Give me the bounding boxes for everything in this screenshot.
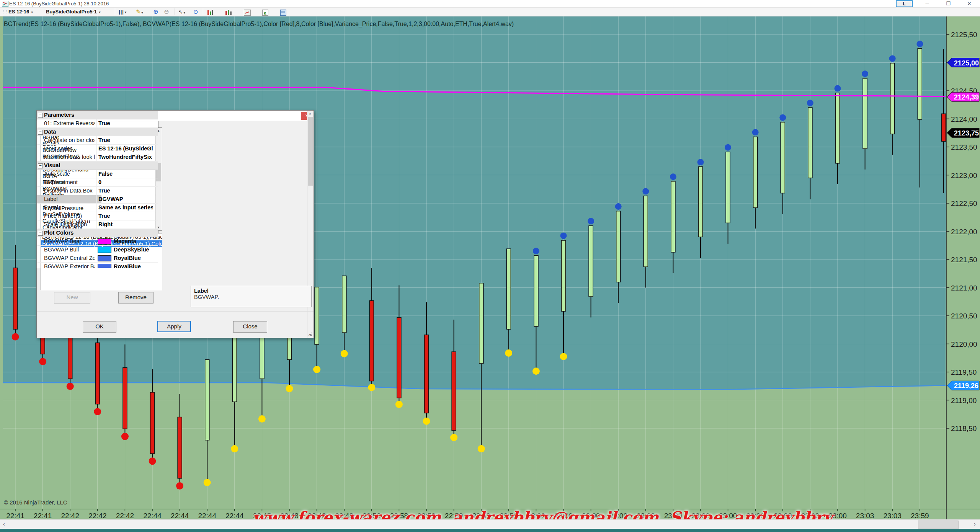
- new-button[interactable]: New: [54, 292, 90, 304]
- horizontal-scrollbar[interactable]: ‹ ›: [0, 519, 980, 529]
- yellow-trend-dot: [368, 384, 375, 391]
- red-trend-dot: [12, 333, 19, 340]
- price-tick-label: 2121,50: [951, 256, 977, 264]
- plot-color-row[interactable]: BGVWAP BullDeepSkyBlue: [37, 246, 158, 254]
- bull-candle-body: [205, 360, 209, 440]
- toolbar-grip-icon[interactable]: ⋮⋮: [2, 8, 8, 16]
- bear-candle-body: [942, 114, 946, 141]
- red-trend-dot: [39, 358, 46, 365]
- scroll-right-icon[interactable]: ›: [974, 521, 976, 527]
- link-button[interactable]: L: [896, 0, 913, 7]
- time-tick-label: 22:44: [171, 512, 189, 520]
- blue-trend-dot: [916, 41, 923, 47]
- blue-trend-dot: [889, 55, 896, 62]
- property-row[interactable]: Calculate on bar closTrue: [37, 136, 158, 145]
- magnifier-icon[interactable]: ⊙: [193, 8, 198, 16]
- property-row[interactable]: PanelSame as input series: [37, 204, 158, 212]
- color-swatch[interactable]: [98, 264, 111, 268]
- blue-trend-dot: [642, 188, 649, 194]
- apply-button[interactable]: Apply: [157, 321, 191, 332]
- red-trend-dot: [176, 482, 183, 490]
- cursor-icon[interactable]: ↖▼: [178, 8, 186, 16]
- pencil-icon[interactable]: ✎▼: [136, 8, 144, 16]
- blue-trend-dot: [533, 248, 539, 254]
- series-selector[interactable]: BuySideGlobalPro5-1 ▼: [46, 8, 101, 16]
- property-row[interactable]: Auto scaleFalse: [37, 170, 158, 178]
- bull-candle-body: [232, 333, 237, 402]
- indicator-properties-grid[interactable]: −Parameters01: Extreme ReversaTrue−DataC…: [37, 111, 158, 268]
- yellow-trend-dot: [286, 385, 293, 392]
- bear-candle-body: [178, 417, 182, 478]
- property-group-header[interactable]: −Plot Colors: [37, 229, 158, 237]
- bull-candle-body: [644, 196, 648, 267]
- property-group-header[interactable]: −Parameters: [37, 111, 158, 119]
- time-tick-label: 22:41: [34, 512, 52, 520]
- minimize-button[interactable]: ─: [919, 0, 936, 7]
- price-tick-label: 2118,50: [951, 424, 977, 432]
- interval-icon[interactable]: |||▼: [119, 8, 127, 16]
- close-dialog-button[interactable]: Close: [233, 321, 267, 333]
- property-row[interactable]: Displacement0: [37, 178, 158, 187]
- collapse-icon[interactable]: −: [38, 163, 43, 168]
- time-tick-label: 22:44: [143, 512, 162, 520]
- chart-style-icon[interactable]: [225, 10, 232, 16]
- bull-candle-body: [808, 108, 812, 178]
- time-tick-label: 22:44: [225, 512, 244, 520]
- window-bottom-edge: [0, 529, 980, 532]
- color-swatch[interactable]: [98, 247, 111, 253]
- color-swatch[interactable]: [98, 255, 111, 261]
- price-marker-badge: 2124,39: [947, 92, 979, 101]
- ok-button[interactable]: OK: [83, 321, 116, 333]
- collapse-icon[interactable]: −: [38, 130, 43, 135]
- plot-color-row[interactable]: BGVWAP Central ZoRoyalBlue: [37, 254, 158, 263]
- property-row[interactable]: Scale justificationRight: [37, 220, 158, 229]
- blue-trend-dot: [670, 173, 676, 180]
- zoom-out-icon[interactable]: ⊖: [164, 8, 169, 16]
- app-icon: [2, 1, 8, 7]
- plot-color-row[interactable]: BGVWAP Exterior BaRoyalBlue: [37, 263, 158, 268]
- blue-trend-dot: [807, 100, 813, 106]
- applied-indicators-text: BGTrend(ES 12-16 (BuySideGlobalPro5-1),F…: [4, 21, 514, 28]
- data-box-icon[interactable]: [280, 10, 287, 16]
- yellow-trend-dot: [258, 415, 266, 423]
- property-row[interactable]: Maximum bars look lTwoHundredFiftySix: [37, 153, 158, 162]
- dollar-icon[interactable]: $: [262, 10, 269, 16]
- price-tick-label: 2123,50: [951, 143, 977, 151]
- mini-chart-icon[interactable]: [244, 10, 251, 16]
- price-marker-badge: 2119,26: [947, 381, 979, 390]
- property-row[interactable]: Price marker(s)True: [37, 212, 158, 220]
- scrollbar-thumb[interactable]: [918, 521, 959, 529]
- blue-trend-dot: [697, 159, 704, 165]
- copyright-text: © 2016 NinjaTrader, LLC: [4, 499, 67, 506]
- property-row[interactable]: 01: Extreme ReversaTrue: [37, 119, 158, 128]
- yellow-trend-dot: [341, 350, 348, 357]
- resize-grip[interactable]: [308, 333, 312, 336]
- restore-button[interactable]: ❐: [940, 0, 957, 7]
- property-group-header[interactable]: −Data: [37, 128, 158, 136]
- property-row[interactable]: Display in Data BoxTrue: [37, 187, 158, 195]
- collapse-icon[interactable]: −: [38, 231, 43, 236]
- bull-candle-body: [863, 78, 867, 149]
- instrument-selector[interactable]: ES 12-16 ▼: [8, 8, 34, 16]
- property-row[interactable]: LabelBGVWAP: [37, 195, 158, 204]
- collapse-icon[interactable]: −: [38, 113, 43, 118]
- zoom-in-icon[interactable]: ⊕: [153, 8, 158, 16]
- price-tick-label: 2123,00: [951, 171, 977, 180]
- bull-candle-body: [562, 240, 566, 311]
- property-group-header[interactable]: −Visual: [37, 162, 158, 170]
- bear-candle-body: [95, 343, 100, 404]
- bear-candle-body: [397, 317, 401, 398]
- remove-button[interactable]: Remove: [118, 292, 154, 304]
- close-button[interactable]: ✕: [961, 0, 978, 7]
- property-row[interactable]: Input seriesES 12-16 (BuySideGl: [37, 145, 158, 153]
- blue-trend-dot: [835, 85, 841, 91]
- bull-candle-body: [836, 93, 840, 163]
- indicators-icon[interactable]: [207, 10, 214, 16]
- yellow-trend-dot: [505, 349, 512, 357]
- color-swatch[interactable]: [98, 238, 111, 245]
- scroll-left-icon[interactable]: ‹: [3, 521, 5, 527]
- time-tick-label: 22:44: [198, 512, 216, 520]
- yellow-trend-dot: [478, 445, 485, 452]
- plot-color-row[interactable]: BGVWAP BearMagenta: [37, 237, 158, 246]
- chevron-down-icon: ▼: [98, 11, 101, 14]
